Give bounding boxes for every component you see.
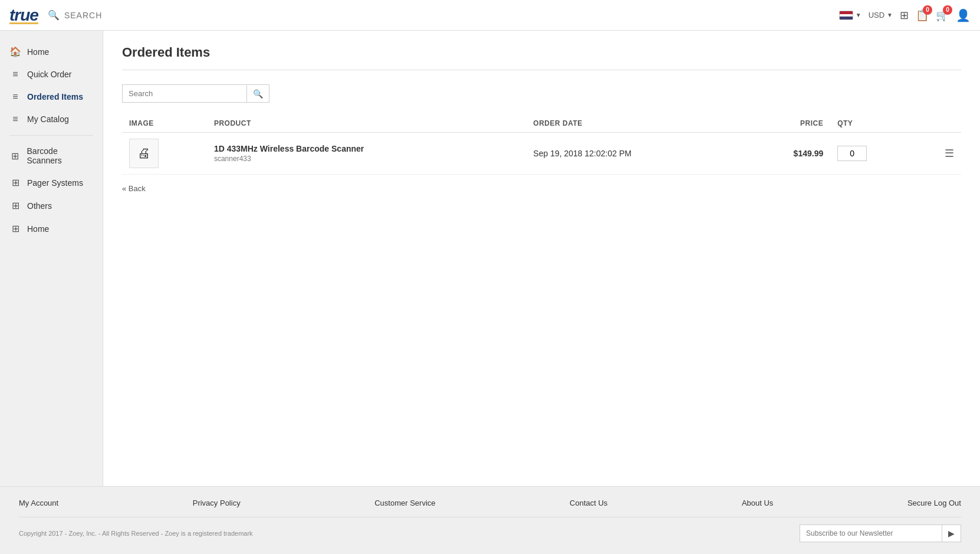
search-icon: 🔍 [48, 9, 60, 21]
orders-icon[interactable]: 📋 0 [916, 9, 929, 22]
sidebar-item-label: Ordered Items [27, 92, 83, 101]
product-search-box: 🔍 [122, 84, 269, 103]
col-price: PRICE [745, 114, 830, 133]
orders-badge: 0 [923, 5, 932, 15]
sidebar-item-my-catalog[interactable]: ≡ My Catalog [0, 108, 103, 130]
sidebar-divider [9, 135, 93, 136]
title-divider [122, 70, 961, 70]
product-image: 🖨 [129, 139, 159, 168]
list-icon: ≡ [9, 114, 21, 124]
footer-bottom: Copyright 2017 - Zoey, Inc. - All Rights… [19, 517, 961, 542]
cell-image: 🖨 [122, 133, 207, 175]
footer: My Account Privacy Policy Customer Servi… [0, 486, 980, 554]
chevron-down-icon: ▼ [887, 12, 893, 18]
sidebar-item-label: Home [27, 47, 49, 57]
logo[interactable]: true [9, 6, 38, 24]
layout: 🏠 Home ≡ Quick Order ≡ Ordered Items ≡ M… [0, 31, 980, 486]
sidebar-item-home2[interactable]: ⊞ Home [0, 217, 103, 240]
table-body: 🖨 1D 433MHz Wireless Barcode Scanner sca… [122, 133, 961, 175]
grid-icon: ⊞ [9, 200, 21, 211]
footer-link-privacy-policy[interactable]: Privacy Policy [193, 499, 241, 507]
main-content: Ordered Items 🔍 IMAGE PRODUCT ORDER DATE… [103, 31, 980, 486]
sidebar-item-label: My Catalog [27, 114, 69, 124]
sidebar-item-label: Quick Order [27, 70, 71, 79]
list-icon: ≡ [9, 69, 21, 80]
footer-link-contact-us[interactable]: Contact Us [570, 499, 607, 507]
footer-link-secure-logout[interactable]: Secure Log Out [907, 499, 961, 507]
newsletter-submit-button[interactable]: ▶ [942, 525, 961, 542]
sidebar-item-others[interactable]: ⊞ Others [0, 194, 103, 217]
cart-badge: 0 [943, 5, 952, 15]
sidebar-item-barcode-scanners[interactable]: ⊞ Barcode Scanners [0, 140, 103, 171]
logo-text: true [9, 6, 38, 24]
grid-view-icon[interactable]: ⊞ [900, 9, 909, 22]
cart-icon[interactable]: 🛒 0 [936, 9, 949, 22]
cell-actions[interactable]: ☰ [915, 133, 961, 175]
sidebar-item-quick-order[interactable]: ≡ Quick Order [0, 63, 103, 86]
sidebar: 🏠 Home ≡ Quick Order ≡ Ordered Items ≡ M… [0, 31, 103, 486]
col-product: PRODUCT [207, 114, 526, 133]
qty-input[interactable] [837, 146, 867, 161]
ordered-items-table: IMAGE PRODUCT ORDER DATE PRICE QTY 🖨 1D … [122, 114, 961, 175]
sidebar-item-label: Pager Systems [27, 178, 83, 188]
cell-qty [830, 133, 915, 175]
product-sku: scanner433 [214, 155, 519, 163]
newsletter-input[interactable] [800, 526, 942, 541]
newsletter-form: ▶ [800, 525, 961, 542]
grid-icon: ⊞ [9, 150, 21, 162]
cell-price: $149.99 [745, 133, 830, 175]
product-search-input[interactable] [123, 85, 246, 102]
col-qty: QTY [830, 114, 915, 133]
product-search-button[interactable]: 🔍 [246, 86, 269, 102]
sidebar-item-label: Others [27, 201, 52, 211]
currency-label: USD [869, 11, 884, 19]
sidebar-item-pager-systems[interactable]: ⊞ Pager Systems [0, 171, 103, 194]
footer-link-customer-service[interactable]: Customer Service [374, 499, 435, 507]
col-image: IMAGE [122, 114, 207, 133]
chevron-down-icon: ▼ [856, 12, 861, 18]
list-icon: ≡ [9, 91, 21, 102]
currency-selector[interactable]: USD ▼ [869, 11, 893, 19]
grid-icon: ⊞ [9, 177, 21, 188]
col-order-date: ORDER DATE [526, 114, 745, 133]
sidebar-item-home[interactable]: 🏠 Home [0, 40, 103, 63]
user-account-icon[interactable]: 👤 [956, 8, 971, 22]
header-search-input[interactable] [64, 11, 402, 20]
back-link[interactable]: « Back [122, 184, 961, 193]
table-header: IMAGE PRODUCT ORDER DATE PRICE QTY [122, 114, 961, 133]
sidebar-item-ordered-items[interactable]: ≡ Ordered Items [0, 86, 103, 108]
header-search-bar: 🔍 [48, 9, 402, 21]
footer-link-my-account[interactable]: My Account [19, 499, 58, 507]
flag-currency[interactable]: ▼ [839, 11, 861, 20]
header: true 🔍 ▼ USD ▼ ⊞ 📋 0 🛒 0 👤 [0, 0, 980, 31]
col-actions [915, 114, 961, 133]
home-icon: 🏠 [9, 46, 21, 57]
header-right: ▼ USD ▼ ⊞ 📋 0 🛒 0 👤 [839, 8, 971, 22]
sidebar-item-label: Barcode Scanners [27, 146, 93, 165]
product-name: 1D 433MHz Wireless Barcode Scanner [214, 144, 519, 153]
footer-links: My Account Privacy Policy Customer Servi… [19, 499, 961, 517]
table-header-row: IMAGE PRODUCT ORDER DATE PRICE QTY [122, 114, 961, 133]
cell-product: 1D 433MHz Wireless Barcode Scanner scann… [207, 133, 526, 175]
footer-link-about-us[interactable]: About Us [742, 499, 773, 507]
sidebar-item-label: Home [27, 224, 49, 234]
cell-order-date: Sep 19, 2018 12:02:02 PM [526, 133, 745, 175]
page-title: Ordered Items [122, 45, 961, 60]
copyright-text: Copyright 2017 - Zoey, Inc. - All Rights… [19, 530, 253, 537]
grid-icon: ⊞ [9, 223, 21, 234]
table-row: 🖨 1D 433MHz Wireless Barcode Scanner sca… [122, 133, 961, 175]
flag-icon [839, 11, 853, 20]
